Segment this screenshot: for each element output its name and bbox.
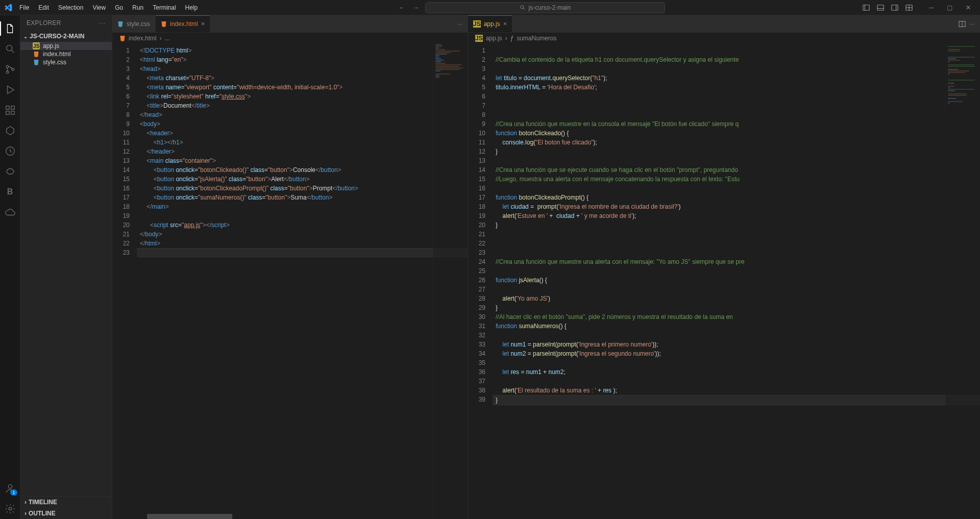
line-content[interactable]: alert('Yo amo JS') <box>493 294 980 303</box>
code-line[interactable]: 15 <button onclick="jsAlerta()" class="b… <box>112 175 468 184</box>
line-content[interactable] <box>493 358 980 367</box>
code-line[interactable]: 22</html> <box>112 239 468 248</box>
code-line[interactable]: 4let titulo = document.querySelector("h1… <box>468 73 980 83</box>
code-line[interactable]: 7 <box>468 101 980 110</box>
line-content[interactable] <box>493 184 980 193</box>
code-line[interactable]: 17function botonClickeadoPrompt() { <box>468 193 980 202</box>
line-content[interactable]: alert('El resultado de la suma es : ' + … <box>493 386 980 395</box>
menu-selection[interactable]: Selection <box>54 2 87 13</box>
accounts-icon[interactable]: 1 <box>0 478 20 499</box>
window-minimize-icon[interactable]: ─ <box>923 2 940 13</box>
line-content[interactable]: let titulo = document.querySelector("h1"… <box>493 73 980 83</box>
code-line[interactable]: 5titulo.innerHTML = 'Hora del Desafio'; <box>468 83 980 92</box>
line-content[interactable] <box>137 211 468 220</box>
code-line[interactable]: 17 <button onclick="sumaNumeros()" class… <box>112 193 468 202</box>
tab-close-icon[interactable]: × <box>201 20 205 28</box>
code-line[interactable]: 33 let num1 = parseInt(prompt('Ingresa e… <box>468 340 980 349</box>
explorer-icon[interactable] <box>0 18 20 39</box>
line-content[interactable]: titulo.innerHTML = 'Hora del Desafio'; <box>493 83 980 92</box>
code-line[interactable]: 13 <main class="container"> <box>112 156 468 165</box>
code-line[interactable]: 37 <box>468 377 980 386</box>
line-content[interactable]: //Crea una función que se ejecute cuando… <box>493 165 980 175</box>
line-content[interactable]: <script src="app.js"></script> <box>137 220 468 230</box>
code-line[interactable]: 6 <box>468 92 980 101</box>
line-content[interactable]: //Crea una función que muestre en la con… <box>493 119 980 129</box>
code-line[interactable]: 23 <box>112 248 468 257</box>
breadcrumbs-right[interactable]: JSapp.js›ƒsumaNumeros <box>468 33 980 44</box>
line-content[interactable]: alert('Estuve en ' + ciudad + ' y me aco… <box>493 211 980 220</box>
line-content[interactable]: let num2 = parseInt(prompt('Ingresa el s… <box>493 349 980 358</box>
layout-panel-icon[interactable] <box>874 2 887 13</box>
code-line[interactable]: 39} <box>468 395 980 405</box>
bold-icon[interactable]: B <box>0 182 20 202</box>
file-style-css[interactable]: style.css <box>20 58 112 66</box>
line-content[interactable]: function botonClickeadoPrompt() { <box>493 193 980 202</box>
line-content[interactable]: </head> <box>137 110 468 119</box>
line-content[interactable]: } <box>493 395 980 405</box>
line-content[interactable]: <!DOCTYPE html> <box>137 46 468 55</box>
layout-secondary-icon[interactable] <box>888 2 901 13</box>
line-content[interactable]: <h1></h1> <box>137 138 468 147</box>
editor-left[interactable]: 1<!DOCTYPE html>2<html lang="en">3<head>… <box>112 44 468 519</box>
code-line[interactable]: 5 <meta name="viewport" content="width=d… <box>112 83 468 92</box>
code-line[interactable]: 10function botonClickeado() { <box>468 129 980 138</box>
code-line[interactable]: 28 alert('Yo amo JS') <box>468 294 980 303</box>
code-line[interactable]: 36 let res = num1 + num2; <box>468 367 980 377</box>
line-content[interactable]: <meta charset="UTF-8"> <box>137 73 468 83</box>
code-line[interactable]: 4 <meta charset="UTF-8"> <box>112 73 468 83</box>
menu-terminal[interactable]: Terminal <box>149 2 180 13</box>
line-content[interactable] <box>493 377 980 386</box>
breadcrumb-item[interactable]: sumaNumeros <box>517 35 556 42</box>
window-close-icon[interactable]: ✕ <box>960 2 977 13</box>
menu-run[interactable]: Run <box>128 2 148 13</box>
code-line[interactable]: 9//Crea una función que muestre en la co… <box>468 119 980 129</box>
code-line[interactable]: 12} <box>468 147 980 156</box>
window-maximize-icon[interactable]: ▢ <box>941 2 959 13</box>
code-line[interactable]: 2//Cambia el contenido de la etiqueta h1… <box>468 55 980 64</box>
line-content[interactable]: <body> <box>137 119 468 129</box>
code-line[interactable]: 14 <button onclick="botonClickeado()" cl… <box>112 165 468 175</box>
line-content[interactable]: } <box>493 303 980 312</box>
minimap-right[interactable] <box>945 44 980 519</box>
menu-file[interactable]: File <box>15 2 33 13</box>
code-line[interactable]: 30//Al hacer clic en el botón "suma", pi… <box>468 312 980 322</box>
line-content[interactable] <box>493 230 980 239</box>
line-content[interactable]: <main class="container"> <box>137 156 468 165</box>
code-line[interactable]: 14//Crea una función que se ejecute cuan… <box>468 165 980 175</box>
line-content[interactable] <box>493 248 980 257</box>
nav-back-icon[interactable]: ← <box>397 3 407 12</box>
code-line[interactable]: 2<html lang="en"> <box>112 55 468 64</box>
code-line[interactable]: 20} <box>468 220 980 230</box>
line-content[interactable]: <head> <box>137 64 468 73</box>
code-line[interactable]: 13 <box>468 156 980 165</box>
tab-style-css[interactable]: style.css <box>112 15 156 32</box>
line-content[interactable] <box>493 331 980 340</box>
breadcrumbs-left[interactable]: index.html›... <box>112 33 468 44</box>
line-content[interactable]: <header> <box>137 129 468 138</box>
code-line[interactable]: 8 <box>468 110 980 119</box>
tab-close-icon[interactable]: × <box>503 20 507 28</box>
line-content[interactable]: </header> <box>137 147 468 156</box>
run-debug-icon[interactable] <box>0 80 20 100</box>
code-line[interactable]: 34 let num2 = parseInt(prompt('Ingresa e… <box>468 349 980 358</box>
code-line[interactable]: 3<head> <box>112 64 468 73</box>
code-line[interactable]: 15//Luego, muestra una alerta con el men… <box>468 175 980 184</box>
extensions-icon[interactable] <box>0 100 20 120</box>
share-icon[interactable] <box>0 161 20 182</box>
code-line[interactable]: 25 <box>468 266 980 276</box>
line-content[interactable]: <title>Document</title> <box>137 101 468 110</box>
hexagon-icon[interactable] <box>0 120 20 141</box>
layout-grid-icon[interactable] <box>902 2 916 13</box>
line-content[interactable]: <meta name="viewport" content="width=dev… <box>137 83 468 92</box>
menu-go[interactable]: Go <box>111 2 127 13</box>
menu-view[interactable]: View <box>88 2 110 13</box>
line-content[interactable]: </html> <box>137 239 468 248</box>
section-outline[interactable]: ›OUTLINE <box>20 508 112 519</box>
code-line[interactable]: 18 let ciudad = prompt('Ingresa el nombr… <box>468 202 980 211</box>
code-line[interactable]: 38 alert('El resultado de la suma es : '… <box>468 386 980 395</box>
code-line[interactable]: 12 </header> <box>112 147 468 156</box>
line-content[interactable] <box>493 92 980 101</box>
code-line[interactable]: 21 <box>468 230 980 239</box>
code-line[interactable]: 23 <box>468 248 980 257</box>
line-content[interactable] <box>493 239 980 248</box>
